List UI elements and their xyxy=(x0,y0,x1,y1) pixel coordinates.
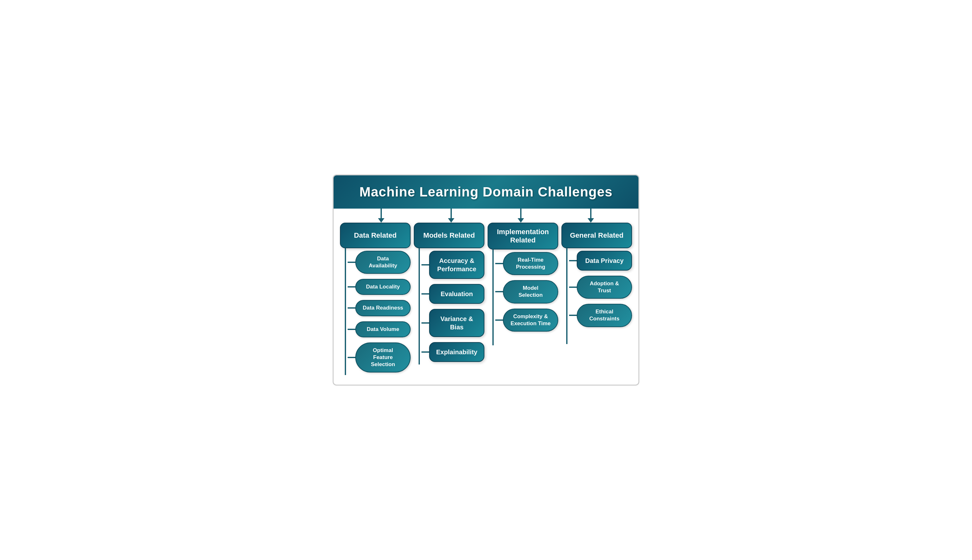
column-models-related: Models Related Accuracy & Performance Ev… xyxy=(414,223,484,375)
column-data-related: Data Related Data Availability Data Loca… xyxy=(340,223,410,375)
arrow-head-3 xyxy=(518,218,524,223)
item-ethical-constraints: Ethical Constraints xyxy=(569,304,632,327)
pill-optimal-feature: Optimal Feature Selection xyxy=(355,342,410,372)
pill-data-readiness: Data Readiness xyxy=(355,300,410,316)
item-data-privacy: Data Privacy xyxy=(569,251,632,270)
pill-model-selection: Model Selection xyxy=(503,280,558,303)
arrow-line-1 xyxy=(380,208,382,218)
connector-3 xyxy=(348,307,355,308)
item-evaluation: Evaluation xyxy=(422,284,484,304)
arrow-head-4 xyxy=(588,218,594,223)
connector-12 xyxy=(495,320,503,321)
item-optimal-feature: Optimal Feature Selection xyxy=(348,342,410,372)
pill-adoption-trust: Adoption & Trust xyxy=(577,276,632,299)
item-accuracy-performance: Accuracy & Performance xyxy=(422,251,484,279)
column-general-related: General Related Data Privacy Adoption & … xyxy=(562,223,632,375)
item-explainability: Explainability xyxy=(422,342,484,362)
item-data-volume: Data Volume xyxy=(348,322,410,337)
cat-models-related: Models Related xyxy=(414,223,484,248)
pill-complexity-execution: Complexity & Execution Time xyxy=(503,308,558,332)
pill-data-volume: Data Volume xyxy=(355,322,410,337)
cat-data-related: Data Related xyxy=(340,223,410,248)
connector-8 xyxy=(422,322,429,323)
column-implementation-related: Implementation Related Real-Time Process… xyxy=(488,223,558,375)
connector-13 xyxy=(569,260,577,261)
arrow-line-2 xyxy=(450,208,452,218)
arrows-row xyxy=(333,208,639,223)
connector-6 xyxy=(422,264,429,265)
connector-11 xyxy=(495,291,503,292)
connector-2 xyxy=(348,286,355,288)
item-variance-bias: Variance & Bias xyxy=(422,309,484,337)
connector-14 xyxy=(569,287,577,288)
connector-9 xyxy=(422,352,429,353)
pill-real-time-processing: Real-Time Processing xyxy=(503,252,558,275)
arrow-head-2 xyxy=(448,218,454,223)
arrow-col1 xyxy=(346,208,416,223)
header-banner: Machine Learning Domain Challenges xyxy=(333,175,639,208)
diagram-container: Machine Learning Domain Challenges Data … xyxy=(333,174,639,386)
connector-1 xyxy=(348,262,355,263)
pill-accuracy-performance: Accuracy & Performance xyxy=(429,251,484,279)
diagram-title: Machine Learning Domain Challenges xyxy=(346,184,626,200)
item-model-selection: Model Selection xyxy=(495,280,558,303)
cat-implementation-related: Implementation Related xyxy=(488,223,558,250)
item-data-readiness: Data Readiness xyxy=(348,300,410,316)
arrow-head-1 xyxy=(378,218,384,223)
arrow-line-3 xyxy=(520,208,522,218)
arrow-col4 xyxy=(556,208,626,223)
pill-explainability: Explainability xyxy=(429,342,484,362)
item-complexity-execution: Complexity & Execution Time xyxy=(495,308,558,332)
arrow-col2 xyxy=(416,208,486,223)
cat-general-related: General Related xyxy=(562,223,632,248)
item-real-time-processing: Real-Time Processing xyxy=(495,252,558,275)
connector-5 xyxy=(348,357,355,358)
pill-evaluation: Evaluation xyxy=(429,284,484,304)
columns-area: Data Related Data Availability Data Loca… xyxy=(333,223,639,375)
item-adoption-trust: Adoption & Trust xyxy=(569,276,632,299)
pill-data-locality: Data Locality xyxy=(355,279,410,295)
connector-10 xyxy=(495,263,503,264)
connector-15 xyxy=(569,315,577,316)
pill-variance-bias: Variance & Bias xyxy=(429,309,484,337)
pill-ethical-constraints: Ethical Constraints xyxy=(577,304,632,327)
arrow-col3 xyxy=(486,208,556,223)
connector-4 xyxy=(348,329,355,330)
arrow-line-4 xyxy=(590,208,592,218)
pill-data-availability: Data Availability xyxy=(355,251,410,274)
pill-data-privacy: Data Privacy xyxy=(577,251,632,270)
item-data-locality: Data Locality xyxy=(348,279,410,295)
item-data-availability: Data Availability xyxy=(348,251,410,274)
connector-7 xyxy=(422,293,429,295)
